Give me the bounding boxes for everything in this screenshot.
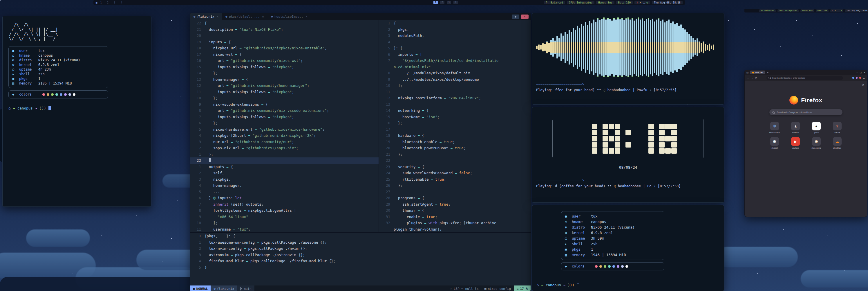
shortcut-tile[interactable]: ❄ search.nixos: [766, 122, 783, 134]
code-line: 8 ../../modules/nixos/default.nix: [379, 70, 531, 77]
line-number: 3: [190, 252, 205, 258]
tag-number[interactable]: 3: [114, 1, 115, 4]
shortcut-tile[interactable]: ☁ cloudflare: [829, 137, 846, 149]
fastfetch-row-icon: ❄: [565, 225, 572, 230]
line-number: 20: [379, 145, 394, 151]
shortcut-tile[interactable]: ▶ youtube: [787, 137, 804, 149]
pane-iso-nix[interactable]: 1 { 2 pkgs, 3 modulesPath, 4 ... 5 }: {: [379, 20, 531, 232]
tab-controls: ◉ ✕: [512, 13, 531, 20]
status-widget[interactable]: Bat: 100: [816, 9, 829, 12]
tag[interactable]: 2: [440, 1, 444, 4]
shell-prompt[interactable]: ⌂ → canopus ~ ))): [537, 283, 579, 287]
extension-icon[interactable]: [852, 77, 854, 79]
tag[interactable]: 4: [454, 1, 458, 4]
minimize-button[interactable]: –: [857, 71, 858, 74]
tray-icon[interactable]: ⚙: [646, 1, 648, 4]
window-close-button[interactable]: ✕: [521, 14, 529, 19]
tab-close-icon[interactable]: ×: [306, 15, 308, 19]
fastfetch-row-label: hname: [572, 219, 591, 225]
extension-icon[interactable]: [859, 77, 861, 79]
url-bar[interactable]: Search with Google or enter address: [767, 76, 843, 80]
status-widget[interactable]: Home: 8ms: [596, 1, 615, 4]
line-number: 32: [379, 220, 394, 226]
search-input[interactable]: Search with Google or enter address: [769, 109, 842, 115]
code-line: 5 ...: [190, 189, 379, 195]
song-time: [0:57/2:53]: [654, 88, 677, 92]
browser-tab[interactable]: New Tab: [750, 70, 765, 74]
cava-bar: [573, 17, 574, 78]
line-number: 5: [190, 126, 205, 133]
editor-tab[interactable]: ❄ pkgs/default ... ×: [222, 13, 268, 20]
back-button[interactable]: ←: [747, 77, 749, 79]
code-text: programs = {: [394, 195, 424, 201]
code-text: nixpkgs-f2k.url = "github:moni-dz/nixpkg…: [205, 133, 316, 139]
code-line: 4 home-manager,: [190, 182, 379, 189]
tag[interactable]: 3: [447, 1, 451, 4]
eye-icon[interactable]: ◉: [512, 14, 519, 19]
tray-icon[interactable]: ♪: [637, 1, 638, 4]
tray-icon[interactable]: ☁: [643, 1, 645, 4]
shortcut-tile[interactable]: ❋ chatgpt: [766, 137, 783, 149]
shortcut-tile[interactable]: ❋ chat.openai: [808, 137, 825, 149]
tray-icon[interactable]: ♪: [832, 9, 833, 12]
tab-close-icon[interactable]: ×: [262, 15, 264, 19]
shortcut-tile[interactable]: a amazon: [787, 122, 804, 134]
status-widget[interactable]: P: Balanced: [544, 1, 565, 4]
fastfetch-row-value: 1: [38, 77, 40, 81]
tray-icon[interactable]: ⚡: [835, 9, 836, 12]
fastfetch-row-icon: ○: [565, 235, 572, 241]
status-widget[interactable]: Bat: 100: [616, 1, 633, 4]
tag[interactable]: 1: [433, 1, 438, 4]
shortcut-tile[interactable]: ✳ claude: [829, 122, 846, 134]
cava-bar: [552, 17, 554, 78]
editor-tab[interactable]: ❄ hosts/isoImag.. ×: [268, 13, 311, 20]
tag-number[interactable]: 4: [121, 1, 122, 4]
maximize-button[interactable]: ▢: [860, 71, 862, 74]
fastfetch-row-icon: ▣: [12, 77, 19, 81]
editor-tab[interactable]: ❄ flake.nix ×: [190, 13, 222, 20]
shell-prompt[interactable]: ⌂ → canopus ~ ))): [8, 106, 145, 110]
status-widget[interactable]: Home: 6ms: [800, 9, 814, 12]
fastfetch-row-label: hname: [19, 53, 38, 58]
status-widget[interactable]: GPU: Integrated: [567, 1, 594, 4]
menu-icon[interactable]: ☰: [863, 77, 865, 79]
shortcut-icon: ❋: [812, 137, 821, 146]
firefox-toolbar: ← → ⟳ Search with Google or enter addres…: [745, 75, 867, 81]
bar-clock[interactable]: Thu Aug 08, 18:18: [652, 1, 683, 4]
tab-label: hosts/isoImag..: [274, 15, 303, 19]
line-number: 1: [190, 239, 205, 246]
tag-number[interactable]: 1: [100, 1, 101, 4]
tray-icon[interactable]: ☁: [838, 9, 839, 12]
status-widget[interactable]: GPU: Integrated: [777, 9, 799, 12]
firefox-view-icon[interactable]: ▤: [746, 71, 749, 74]
shortcut-icon: ●: [812, 122, 821, 130]
extension-icon[interactable]: [856, 77, 858, 79]
code-line: 24 sudo.wheelNeedsPassword = false;: [379, 170, 531, 176]
reload-button[interactable]: ⟳: [755, 77, 757, 79]
forward-button[interactable]: →: [751, 77, 753, 79]
code-text: firefox-mod-blur = pkgs.callPackage ./fi…: [205, 258, 336, 264]
tag-number[interactable]: 2: [107, 1, 108, 4]
bar-clock[interactable]: Thu Aug 08, 18:18: [845, 9, 868, 12]
line-number: 4: [190, 258, 205, 264]
fastfetch-row: ❄ distro NixOS 24.11 (Vicuna): [565, 225, 660, 230]
close-button[interactable]: ✕: [864, 71, 865, 74]
code-line: 19 inputs = {: [190, 39, 379, 45]
nix-icon: ❄: [193, 15, 195, 18]
wibar-primary: ▦ 1234 1234 P: BalancedGPU: IntegratedHo…: [93, 0, 685, 5]
line-number: 22: [190, 20, 205, 26]
tab-close-icon[interactable]: ×: [217, 15, 219, 19]
tray-icon[interactable]: ⚙: [841, 9, 842, 12]
palette-dot: [55, 93, 58, 96]
gear-icon[interactable]: ⚙: [862, 83, 864, 86]
pane-pkgs-default-nix[interactable]: 1 {pkgs, ...}: { 1 tux-awesome-wm-config…: [190, 232, 531, 286]
code-text: inputs.nixpkgs.follows = "nixpkgs";: [205, 114, 294, 120]
status-widget[interactable]: P: Balanced: [759, 9, 775, 12]
shortcut-tile[interactable]: ● github: [808, 122, 825, 134]
fastfetch-info-box: ● user tux ⌂ hname canopus ❄ distro NixO…: [561, 211, 664, 260]
launcher-icon[interactable]: ▦: [96, 1, 97, 4]
cava-bar: [609, 17, 611, 78]
tray-icon[interactable]: ⚡: [640, 1, 642, 4]
pane-flake-nix[interactable]: 22 { 21 description = "tux's NixOS Flake…: [190, 20, 379, 232]
new-tab-button[interactable]: +: [767, 71, 769, 74]
